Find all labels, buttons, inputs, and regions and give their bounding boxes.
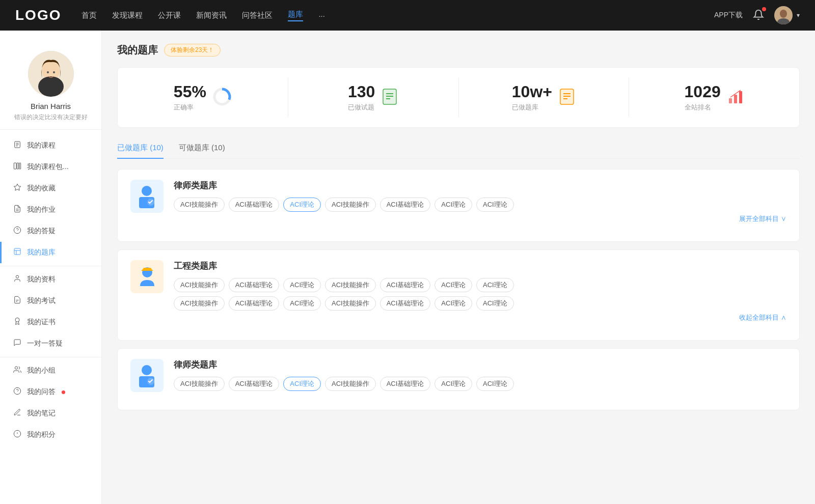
nav-home[interactable]: 首页 xyxy=(82,11,97,20)
tag-2-6[interactable]: ACI理论 xyxy=(476,377,514,391)
nav-more[interactable]: ··· xyxy=(318,11,325,20)
svg-point-53 xyxy=(142,365,152,375)
tag-0-2[interactable]: ACI理论 xyxy=(283,198,321,212)
tag-0-4[interactable]: ACI基础理论 xyxy=(380,198,431,212)
dropdown-arrow-icon: ▾ xyxy=(797,12,800,19)
svg-rect-46 xyxy=(734,95,737,103)
tag-1-3[interactable]: ACI技能操作 xyxy=(325,278,376,292)
qbank-info-0: 律师类题库 ACI技能操作 ACI基础理论 ACI理论 ACI技能操作 ACI基… xyxy=(174,180,786,223)
user-avatar xyxy=(774,6,793,24)
qbank-icon-lawyer-2 xyxy=(130,359,164,392)
main-container: Brian Harris 错误的决定比没有决定要好 我的课程 我的课程包... xyxy=(0,31,815,504)
sidebar-item-one-on-one[interactable]: 一对一答疑 xyxy=(0,333,101,354)
sidebar-menu: 我的课程 我的课程包... 我的收藏 我的作业 xyxy=(0,135,101,445)
content-area: 我的题库 体验剩余23天！ 55% 正确率 xyxy=(102,31,815,504)
tag-1-1[interactable]: ACI基础理论 xyxy=(229,278,280,292)
nav-news[interactable]: 新闻资讯 xyxy=(196,11,227,20)
notification-bell[interactable] xyxy=(753,9,764,22)
nav-question-bank[interactable]: 题库 xyxy=(288,10,303,21)
my-points-icon xyxy=(13,430,22,440)
app-download-button[interactable]: APP下载 xyxy=(714,11,743,20)
tag-0-1[interactable]: ACI基础理论 xyxy=(229,198,280,212)
tag-0-0[interactable]: ACI技能操作 xyxy=(174,198,225,212)
my-cert-icon xyxy=(13,317,22,327)
svg-point-5 xyxy=(38,76,64,97)
sidebar-item-my-cert[interactable]: 我的证书 xyxy=(0,312,101,333)
sidebar-label-my-homework: 我的作业 xyxy=(27,205,56,214)
sidebar-item-my-qa[interactable]: 我的答疑 xyxy=(0,220,101,242)
tag-1-r2-1[interactable]: ACI基础理论 xyxy=(229,296,280,311)
tag-1-r2-4[interactable]: ACI基础理论 xyxy=(380,296,431,311)
my-collection-icon xyxy=(13,183,22,193)
tag-2-5[interactable]: ACI理论 xyxy=(434,377,472,391)
sidebar-item-my-course[interactable]: 我的课程 xyxy=(0,135,101,156)
tag-0-3[interactable]: ACI技能操作 xyxy=(325,198,376,212)
qbank-card-1: 工程类题库 ACI技能操作 ACI基础理论 ACI理论 ACI技能操作 ACI基… xyxy=(117,249,800,341)
tag-1-6[interactable]: ACI理论 xyxy=(476,278,514,292)
qbank-header-1: 工程类题库 ACI技能操作 ACI基础理论 ACI理论 ACI技能操作 ACI基… xyxy=(130,260,786,322)
svg-rect-12 xyxy=(14,163,16,169)
stat-accuracy: 55% 正确率 xyxy=(118,78,288,117)
user-avatar-area[interactable]: ▾ xyxy=(774,6,800,24)
sidebar-item-my-notes[interactable]: 我的笔记 xyxy=(0,403,101,424)
nav-qa[interactable]: 问答社区 xyxy=(242,11,273,20)
sidebar-item-my-profile[interactable]: 我的资料 xyxy=(0,269,101,290)
tag-1-4[interactable]: ACI基础理论 xyxy=(380,278,431,292)
sidebar-item-my-qbank[interactable]: 我的题库 xyxy=(0,242,101,263)
content-tabs: 已做题库 (10) 可做题库 (10) xyxy=(117,138,800,159)
svg-point-6 xyxy=(47,71,49,73)
tab-available-banks[interactable]: 可做题库 (10) xyxy=(179,138,225,159)
qbank-icon-engineer-1 xyxy=(130,260,164,293)
tag-1-r2-3[interactable]: ACI技能操作 xyxy=(325,296,376,311)
qbank-info-1: 工程类题库 ACI技能操作 ACI基础理论 ACI理论 ACI技能操作 ACI基… xyxy=(174,260,786,322)
logo: LOGO xyxy=(15,7,61,23)
tag-2-1[interactable]: ACI基础理论 xyxy=(229,377,280,391)
tag-2-0[interactable]: ACI技能操作 xyxy=(174,377,225,391)
my-group-icon xyxy=(13,366,22,376)
sidebar-item-my-group[interactable]: 我的小组 xyxy=(0,360,101,381)
tag-1-r2-5[interactable]: ACI理论 xyxy=(434,296,472,311)
trial-badge: 体验剩余23天！ xyxy=(164,44,221,57)
tag-1-r2-2[interactable]: ACI理论 xyxy=(283,296,321,311)
stat-banks-done-info: 10w+ 已做题库 xyxy=(512,83,552,112)
nav-discover[interactable]: 发现课程 xyxy=(112,11,143,20)
my-notes-icon xyxy=(13,408,22,418)
sidebar-item-my-question[interactable]: 我的问答 xyxy=(0,381,101,403)
tag-1-0[interactable]: ACI技能操作 xyxy=(174,278,225,292)
nav-menu: 首页 发现课程 公开课 新闻资讯 问答社区 题库 ··· xyxy=(82,10,714,21)
qbank-title-2: 律师类题库 xyxy=(174,359,786,371)
my-question-icon xyxy=(13,387,22,397)
stat-banks-done-label: 已做题库 xyxy=(512,103,552,112)
tag-0-5[interactable]: ACI理论 xyxy=(434,198,472,212)
qbank-tags-1-row2: ACI技能操作 ACI基础理论 ACI理论 ACI技能操作 ACI基础理论 AC… xyxy=(174,296,786,311)
tag-0-6[interactable]: ACI理论 xyxy=(476,198,514,212)
tag-1-r2-6[interactable]: ACI理论 xyxy=(476,296,514,311)
sidebar-item-my-exam[interactable]: 我的考试 xyxy=(0,290,101,312)
expand-link-0[interactable]: 展开全部科目 ∨ xyxy=(174,212,786,223)
tag-1-2[interactable]: ACI理论 xyxy=(283,278,321,292)
profile-name: Brian Harris xyxy=(10,102,91,110)
page-title: 我的题库 xyxy=(117,43,158,57)
tag-2-2[interactable]: ACI理论 xyxy=(283,377,321,391)
tag-2-3[interactable]: ACI技能操作 xyxy=(325,377,376,391)
svg-point-23 xyxy=(16,275,18,278)
sidebar-item-my-course-pack[interactable]: 我的课程包... xyxy=(0,156,101,178)
sidebar-label-my-notes: 我的笔记 xyxy=(27,409,56,418)
collapse-link-1[interactable]: 收起全部科目 ∧ xyxy=(174,311,786,322)
page-header: 我的题库 体验剩余23天！ xyxy=(117,43,800,57)
tag-1-5[interactable]: ACI理论 xyxy=(434,278,472,292)
tag-1-r2-0[interactable]: ACI技能操作 xyxy=(174,296,225,311)
sidebar-item-my-homework[interactable]: 我的作业 xyxy=(0,199,101,220)
sidebar-label-my-exam: 我的考试 xyxy=(27,296,56,305)
my-profile-icon xyxy=(13,274,22,285)
navbar-right: APP下载 ▾ xyxy=(714,6,800,24)
svg-marker-15 xyxy=(14,184,20,190)
sidebar-item-my-collection[interactable]: 我的收藏 xyxy=(0,178,101,199)
sidebar-item-my-points[interactable]: 我的积分 xyxy=(0,424,101,445)
qbank-title-1: 工程类题库 xyxy=(174,260,786,272)
svg-rect-13 xyxy=(17,163,18,169)
tag-2-4[interactable]: ACI基础理论 xyxy=(380,377,431,391)
menu-divider-1 xyxy=(0,266,101,266)
tab-done-banks[interactable]: 已做题库 (10) xyxy=(117,138,164,159)
nav-open-course[interactable]: 公开课 xyxy=(158,11,181,20)
